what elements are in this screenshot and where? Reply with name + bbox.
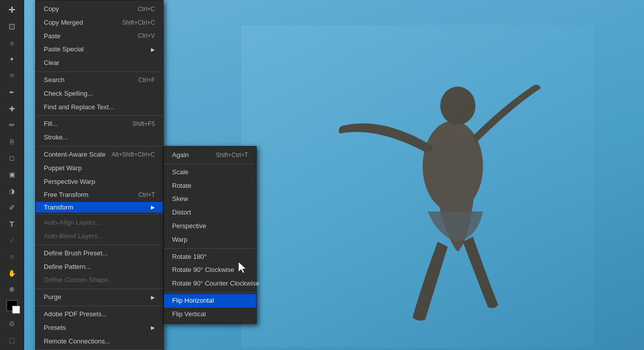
menu-item-presets[interactable]: Presets ▶ — [36, 321, 163, 335]
purge-label: Purge — [44, 292, 147, 303]
hand-tool[interactable]: ✋ — [3, 265, 21, 282]
menu-item-transform[interactable]: Transform ▶ — [36, 202, 163, 213]
separator-6 — [36, 289, 163, 289]
submenu-rotate-90-cw[interactable]: Rotate 90° Clockwise — [164, 263, 256, 277]
left-toolbar: ✛ ⊡ ⌾ ✦ ⌗ ✒ ✚ ✏ ⎘ ◻ ▣ ◑ ✐ T ⟋ ○ ✋ ⊕ ⊙ ⬚ — [0, 0, 24, 350]
menu-item-content-aware[interactable]: Content-Aware Scale Alt+Shift+Ctrl+C — [36, 148, 163, 162]
menu-item-puppet-warp[interactable]: Puppet Warp — [36, 162, 163, 175]
crop-tool[interactable]: ⌗ — [3, 68, 21, 84]
separator-3 — [36, 146, 163, 147]
separator-5 — [36, 245, 163, 245]
again-shortcut: Shift+Ctrl+T — [216, 151, 248, 160]
submenu-sep-2 — [164, 248, 256, 249]
eraser-tool[interactable]: ◻ — [3, 150, 21, 166]
content-aware-shortcut: Alt+Shift+Ctrl+C — [112, 150, 155, 160]
eyedropper-tool[interactable]: ✒ — [3, 84, 21, 100]
menu-item-define-pattern[interactable]: Define Pattern... — [36, 260, 163, 274]
copy-merged-label: Copy Merged — [44, 18, 122, 28]
transform-arrow: ▶ — [151, 204, 155, 210]
paste-special-label: Paste Special — [44, 44, 147, 55]
quick-mask-tool[interactable]: ⊙ — [3, 316, 21, 332]
submenu-again[interactable]: Again Shift+Ctrl+T — [164, 149, 256, 162]
menu-item-fill[interactable]: Fill... Shift+F5 — [36, 117, 163, 131]
menu-item-stroke[interactable]: Stroke... — [36, 131, 163, 145]
rotate-90-cw-label: Rotate 90° Clockwise — [172, 265, 248, 275]
clear-label: Clear — [44, 58, 155, 68]
paste-shortcut: Ctrl+V — [138, 31, 155, 41]
submenu-perspective[interactable]: Perspective — [164, 220, 256, 233]
separator-2 — [36, 115, 163, 116]
menu-item-check-spelling[interactable]: Check Spelling... — [36, 87, 163, 101]
move-tool[interactable]: ✛ — [3, 2, 21, 18]
menu-item-define-custom-shape: Define Custom Shape... — [36, 273, 163, 287]
define-brush-label: Define Brush Preset... — [44, 248, 155, 259]
perspective-warp-label: Perspective Warp — [44, 177, 155, 187]
menu-item-paste[interactable]: Paste Ctrl+V — [36, 30, 163, 43]
clone-tool[interactable]: ⎘ — [3, 133, 21, 150]
perspective-label: Perspective — [172, 221, 248, 232]
screen-mode-tool[interactable]: ⬚ — [3, 332, 21, 348]
magic-wand-tool[interactable]: ✦ — [3, 51, 21, 67]
lasso-tool[interactable]: ⌾ — [3, 35, 21, 51]
svg-point-2 — [440, 87, 475, 125]
find-replace-label: Find and Replace Text... — [44, 102, 155, 113]
submenu-rotate-180[interactable]: Rotate 180° — [164, 250, 256, 264]
copy-shortcut: Ctrl+C — [138, 5, 155, 14]
auto-align-label: Auto-Align Layers... — [44, 218, 155, 228]
warp-label: Warp — [172, 235, 248, 245]
svg-rect-0 — [242, 25, 594, 347]
separator-7 — [36, 306, 163, 306]
gradient-tool[interactable]: ▣ — [3, 167, 21, 183]
text-tool[interactable]: T — [3, 216, 21, 232]
fill-shortcut: Shift+F5 — [132, 119, 155, 129]
context-menu: Copy Ctrl+C Copy Merged Shift+Ctrl+C Pas… — [35, 0, 164, 350]
purge-arrow: ▶ — [151, 294, 155, 302]
puppet-warp-label: Puppet Warp — [44, 163, 155, 174]
menu-item-clear[interactable]: Clear — [36, 56, 163, 70]
presets-label: Presets — [44, 323, 147, 333]
submenu-sep-1 — [164, 164, 256, 164]
menu-item-find-replace[interactable]: Find and Replace Text... — [36, 101, 163, 114]
menu-item-search[interactable]: Search Ctrl+F — [36, 74, 163, 87]
flip-horizontal-label: Flip Horizontal — [172, 296, 248, 306]
zoom-tool[interactable]: ⊕ — [3, 282, 21, 298]
menu-item-free-transform[interactable]: Free Transform Ctrl+T — [36, 188, 163, 202]
rotate-label: Rotate — [172, 181, 248, 191]
runner-image — [242, 25, 594, 347]
submenu-rotate[interactable]: Rotate — [164, 179, 256, 193]
distort-label: Distort — [172, 207, 248, 218]
stroke-label: Stroke... — [44, 132, 155, 143]
submenu-rotate-90-ccw[interactable]: Rotate 90° Counter Clockwise — [164, 277, 256, 291]
healing-tool[interactable]: ✚ — [3, 101, 21, 117]
menu-item-paste-special[interactable]: Paste Special ▶ — [36, 43, 163, 56]
menu-item-adobe-pdf[interactable]: Adobe PDF Presets... — [36, 308, 163, 321]
submenu-distort[interactable]: Distort — [164, 206, 256, 220]
copy-merged-shortcut: Shift+Ctrl+C — [122, 18, 155, 28]
transform-submenu: Again Shift+Ctrl+T Scale Rotate Skew Dis… — [164, 146, 257, 324]
submenu-scale[interactable]: Scale — [164, 166, 256, 179]
copy-label: Copy — [44, 4, 138, 15]
path-tool[interactable]: ⟋ — [3, 232, 21, 248]
menu-item-perspective-warp[interactable]: Perspective Warp — [36, 175, 163, 189]
menu-item-define-brush[interactable]: Define Brush Preset... — [36, 247, 163, 260]
skew-label: Skew — [172, 194, 248, 204]
submenu-flip-vertical[interactable]: Flip Vertical — [164, 308, 256, 321]
fill-label: Fill... — [44, 119, 132, 129]
submenu-flip-horizontal[interactable]: Flip Horizontal — [164, 294, 256, 308]
rotate-90-ccw-label: Rotate 90° Counter Clockwise — [172, 278, 260, 289]
dodge-tool[interactable]: ◑ — [3, 183, 21, 199]
separator-4 — [36, 214, 163, 215]
submenu-sep-3 — [164, 292, 256, 293]
pen-tool[interactable]: ✐ — [3, 199, 21, 216]
artboard-tool[interactable]: ⊡ — [3, 19, 21, 35]
menu-item-copy[interactable]: Copy Ctrl+C — [36, 3, 163, 16]
shape-tool[interactable]: ○ — [3, 249, 21, 265]
menu-item-remote-connections[interactable]: Remote Connections... — [36, 335, 163, 348]
paste-special-arrow: ▶ — [151, 46, 155, 54]
menu-item-purge[interactable]: Purge ▶ — [36, 291, 163, 304]
submenu-skew[interactable]: Skew — [164, 192, 256, 206]
menu-item-copy-merged[interactable]: Copy Merged Shift+Ctrl+C — [36, 16, 163, 30]
paste-label: Paste — [44, 31, 138, 42]
submenu-warp[interactable]: Warp — [164, 233, 256, 247]
brush-tool[interactable]: ✏ — [3, 117, 21, 133]
